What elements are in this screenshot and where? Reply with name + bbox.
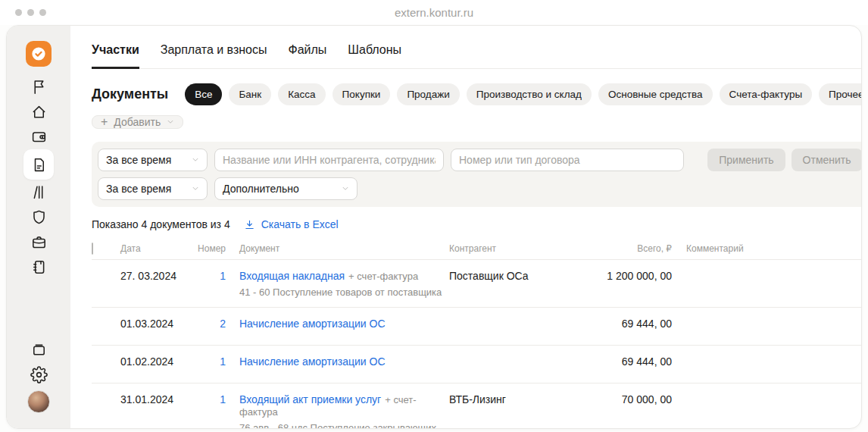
table-row[interactable]: 01.03.2024 2 Начисление амортизации ОС 6… [92, 308, 862, 346]
doc-comment [672, 355, 862, 383]
home-icon [30, 103, 48, 121]
chevron-down-icon [192, 156, 199, 164]
sidebar-item-security[interactable] [23, 205, 54, 230]
doc-subtitle: 41 - 60 Поступление товаров от поставщик… [239, 286, 449, 307]
window-control-dot[interactable] [39, 9, 46, 16]
notebook-icon [30, 258, 48, 276]
chip-bank[interactable]: Банк [229, 83, 271, 105]
doc-title-link[interactable]: Входящий акт приемки услуг [239, 393, 381, 405]
period-select-1-value: За все время [106, 154, 171, 166]
window-control-dot[interactable] [27, 9, 34, 16]
doc-total: 69 444, 00 [563, 318, 672, 345]
tab-bar: Участки Зарплата и взносы Файлы Шаблоны [92, 26, 862, 69]
contract-search-input[interactable] [451, 149, 684, 171]
app-window: Участки Зарплата и взносы Файлы Шаблоны … [6, 25, 862, 429]
table-row[interactable]: 31.01.2024 1 Входящий акт приемки услуг+… [92, 383, 862, 429]
column-header-date: Дата [120, 243, 198, 254]
kontur-logo[interactable] [26, 41, 52, 67]
sidebar-item-payments[interactable] [23, 124, 54, 149]
table-row[interactable]: 27. 03.2024 1 Входящая накладная+ счет-ф… [92, 260, 862, 308]
more-filters-label: Дополнительно [223, 183, 299, 195]
doc-total: 69 444, 00 [563, 355, 672, 383]
results-summary: Показано 4 документов из 4 [92, 218, 230, 230]
archive-icon [30, 341, 48, 358]
books-icon [30, 183, 48, 201]
user-avatar[interactable] [27, 390, 50, 413]
doc-total: 1 200 000, 00 [563, 270, 672, 307]
export-excel-label: Скачать в Excel [261, 218, 339, 230]
sidebar-item-home[interactable] [23, 99, 54, 124]
documents-table: Дата Номер Документ Контрагент Всего, ₽ … [92, 237, 862, 429]
doc-title-suffix: + счет-фактура [348, 271, 418, 282]
doc-comment [672, 270, 862, 307]
sidebar-item-tasks[interactable] [23, 74, 54, 99]
tab-uchastki[interactable]: Участки [92, 43, 139, 69]
doc-date: 31.01.2024 [120, 393, 198, 429]
sidebar-item-services[interactable] [23, 230, 54, 255]
briefcase-icon [30, 233, 48, 251]
chip-scheta-faktury[interactable]: Счета-фактуры [720, 83, 813, 105]
browser-topbar: extern.kontur.ru [0, 0, 868, 25]
logo-check-icon [30, 45, 48, 63]
doc-contragent: Поставщик ОСа [449, 270, 563, 307]
table-header-row: Дата Номер Документ Контрагент Всего, ₽ … [92, 237, 862, 260]
flag-icon [30, 78, 48, 95]
chevron-down-icon [167, 118, 174, 126]
doc-comment [672, 318, 862, 345]
wallet-icon [30, 128, 48, 146]
chevron-down-icon [342, 185, 349, 193]
select-all-checkbox[interactable] [92, 243, 93, 255]
tab-shablony[interactable]: Шаблоны [348, 43, 401, 69]
column-header-total: Всего, ₽ [563, 243, 672, 254]
doc-title-link[interactable]: Начисление амортизации ОС [239, 355, 386, 368]
export-excel-link[interactable]: Скачать в Excel [244, 218, 339, 230]
document-icon [30, 156, 48, 174]
more-filters-select[interactable]: Дополнительно [214, 177, 358, 200]
column-header-number: Номер [198, 243, 239, 254]
chip-prochee[interactable]: Прочее [819, 83, 862, 105]
add-button-label: Добавить [114, 116, 161, 128]
sidebar-item-archive[interactable] [23, 337, 54, 362]
chip-vse[interactable]: Все [185, 83, 222, 105]
doc-contragent: ВТБ-Лизинг [449, 393, 563, 429]
doc-title-link[interactable]: Входящая накладная [239, 270, 345, 282]
doc-comment [672, 393, 862, 429]
chevron-down-icon [192, 185, 199, 193]
cancel-button[interactable]: Отменить [792, 149, 862, 171]
browser-url[interactable]: extern.kontur.ru [0, 6, 868, 19]
chip-prodazhi[interactable]: Продажи [397, 83, 459, 105]
sidebar-item-reports[interactable] [23, 255, 54, 280]
doc-date: 27. 03.2024 [120, 270, 198, 307]
doc-title-link[interactable]: Начисление амортизации ОС [239, 318, 386, 330]
doc-number-link[interactable]: 2 [220, 318, 226, 330]
chip-osnovnye-sredstva[interactable]: Основные средства [598, 83, 713, 105]
contragent-search-input[interactable] [214, 149, 444, 171]
chip-proizvodstvo[interactable]: Производство и склад [467, 83, 592, 105]
window-control-dot[interactable] [15, 9, 22, 16]
tab-zarplata[interactable]: Зарплата и взносы [161, 43, 267, 69]
sidebar-item-documents[interactable] [23, 149, 54, 180]
doc-number-link[interactable]: 1 [220, 393, 226, 405]
gear-icon [30, 366, 48, 383]
filter-panel: За все время Применить Отменить За все в… [92, 142, 862, 207]
column-header-document: Документ [239, 243, 449, 254]
download-icon [244, 219, 255, 230]
table-row[interactable]: 01.02.2024 1 Начисление амортизации ОС 6… [92, 346, 862, 383]
doc-total: 70 000, 00 [563, 393, 672, 429]
sidebar-item-references[interactable] [23, 180, 54, 205]
chip-pokupki[interactable]: Покупки [333, 83, 391, 105]
period-select-2[interactable]: За все время [98, 177, 208, 200]
sidebar [7, 26, 70, 428]
apply-button[interactable]: Применить [707, 149, 785, 171]
chip-kassa[interactable]: Касса [278, 83, 325, 105]
doc-contragent [449, 318, 563, 345]
tab-faily[interactable]: Файлы [289, 43, 327, 69]
sidebar-item-settings[interactable] [23, 362, 54, 387]
window-controls [15, 9, 46, 16]
period-select-1[interactable]: За все время [98, 149, 208, 171]
main-content: Участки Зарплата и взносы Файлы Шаблоны … [70, 26, 862, 428]
doc-number-link[interactable]: 1 [220, 355, 226, 368]
add-document-button[interactable]: + Добавить [92, 115, 183, 129]
doc-number-link[interactable]: 1 [220, 270, 226, 282]
column-header-comment: Комментарий [672, 243, 862, 254]
